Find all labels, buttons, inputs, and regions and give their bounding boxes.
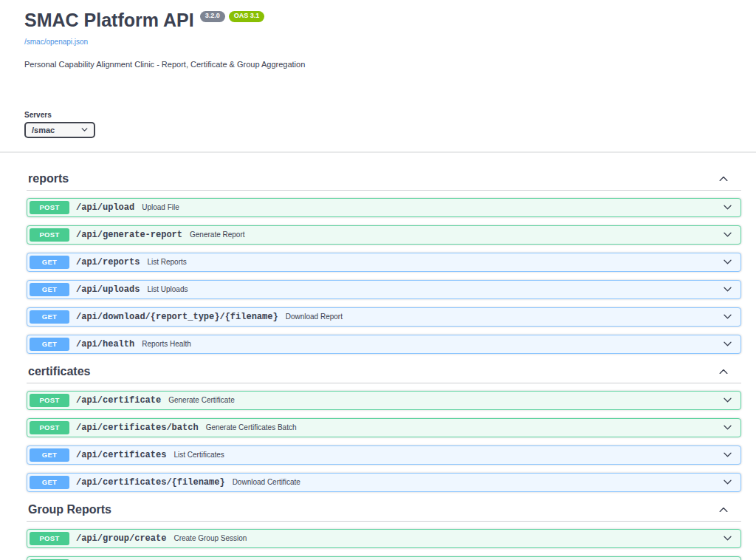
operation-summary: Create Group Session xyxy=(173,534,247,542)
operation-path: /api/health xyxy=(76,339,134,349)
chevron-down-icon[interactable] xyxy=(722,395,733,406)
operation-row-api-certificates[interactable]: GET /api/certificates List Certificates xyxy=(27,445,741,465)
operation-summary: Download Report xyxy=(286,313,343,321)
operations: reports POST /api/upload Upload File POS… xyxy=(0,153,756,560)
operation-row-api-certificates-batch[interactable]: POST /api/certificates/batch Generate Ce… xyxy=(27,418,741,437)
operation-row-api-certificates-filename[interactable]: GET /api/certificates/{filename} Downloa… xyxy=(27,473,741,492)
chevron-down-icon[interactable] xyxy=(722,422,733,433)
servers-selected-value: /smac xyxy=(32,126,80,134)
chevron-down-icon[interactable] xyxy=(722,229,733,240)
info-container: SMAC Platform API 3.2.0 OAS 3.1 /smac/op… xyxy=(0,0,756,69)
chevron-up-icon[interactable] xyxy=(718,173,729,185)
method-badge: GET xyxy=(30,476,69,489)
operation-row-api-group-create[interactable]: POST /api/group/create Create Group Sess… xyxy=(27,529,741,548)
oas-badge: OAS 3.1 xyxy=(229,11,265,22)
operation-summary: Upload File xyxy=(142,203,179,211)
operation-path: /api/certificates xyxy=(76,450,166,460)
operation-path: /api/uploads xyxy=(76,284,140,295)
operation-path: /api/upload xyxy=(76,202,134,213)
chevron-up-icon[interactable] xyxy=(718,366,729,378)
section-group-reports: Group Reports POST /api/group/create Cre… xyxy=(27,500,741,560)
tag-header[interactable]: certificates xyxy=(27,362,741,383)
operation-row-api-download-report-type-filename[interactable]: GET /api/download/{report_type}/{filenam… xyxy=(27,307,741,327)
operation-summary: Generate Report xyxy=(190,231,245,239)
chevron-down-icon[interactable] xyxy=(722,449,733,460)
chevron-down-icon xyxy=(80,126,89,134)
operation-path: /api/reports xyxy=(76,257,140,267)
chevron-down-icon[interactable] xyxy=(722,338,733,349)
openapi-spec-link[interactable]: /smac/openapi.json xyxy=(24,38,88,46)
tag-title: certificates xyxy=(28,365,91,378)
method-badge: POST xyxy=(30,421,69,434)
operation-summary: Generate Certificates Batch xyxy=(206,423,297,431)
version-badge: 3.2.0 xyxy=(200,11,225,22)
section-reports: reports POST /api/upload Upload File POS… xyxy=(27,169,741,354)
tag-title: reports xyxy=(28,172,69,185)
operation-row-api-generate-report[interactable]: POST /api/generate-report Generate Repor… xyxy=(27,225,741,245)
operation-path: /api/certificate xyxy=(76,395,161,406)
tag-title: Group Reports xyxy=(28,503,111,516)
operation-list: POST /api/upload Upload File POST /api/g… xyxy=(27,191,741,354)
operation-row-api-health[interactable]: GET /api/health Reports Health xyxy=(27,335,741,354)
chevron-down-icon[interactable] xyxy=(722,533,733,544)
operation-row-api-uploads[interactable]: GET /api/uploads List Uploads xyxy=(27,280,741,299)
method-badge: GET xyxy=(30,448,69,462)
method-badge: GET xyxy=(30,256,69,269)
chevron-up-icon[interactable] xyxy=(718,504,729,516)
tag-header[interactable]: Group Reports xyxy=(27,500,741,522)
scheme-container: Servers /smac xyxy=(0,111,756,138)
operation-row-api-certificate[interactable]: POST /api/certificate Generate Certifica… xyxy=(27,391,741,410)
operation-row-api-group-add[interactable]: POST /api/group/add Add Participant To G… xyxy=(27,556,741,560)
method-badge: GET xyxy=(30,310,69,324)
page-title: SMAC Platform API xyxy=(24,10,194,31)
method-badge: POST xyxy=(30,532,69,545)
method-badge: GET xyxy=(30,283,69,296)
servers-select[interactable]: /smac xyxy=(24,122,95,138)
operation-summary: List Certificates xyxy=(173,451,224,459)
operation-summary: List Reports xyxy=(147,258,186,266)
method-badge: POST xyxy=(30,228,69,242)
chevron-down-icon[interactable] xyxy=(722,202,733,213)
operation-row-api-reports[interactable]: GET /api/reports List Reports xyxy=(27,253,741,272)
tag-header[interactable]: reports xyxy=(27,169,741,191)
api-description: Personal Capability Alignment Clinic - R… xyxy=(24,60,732,69)
operation-path: /api/download/{report_type}/{filename} xyxy=(76,312,278,322)
operation-path: /api/group/create xyxy=(76,533,166,544)
operation-list: POST /api/certificate Generate Certifica… xyxy=(27,383,741,492)
operation-summary: Download Certificate xyxy=(233,478,300,486)
method-badge: POST xyxy=(30,201,69,214)
operation-path: /api/generate-report xyxy=(76,230,182,240)
operation-summary: List Uploads xyxy=(147,285,188,293)
operation-summary: Generate Certificate xyxy=(168,396,235,404)
chevron-down-icon[interactable] xyxy=(722,477,733,488)
method-badge: GET xyxy=(30,338,69,351)
operation-path: /api/certificates/{filename} xyxy=(76,477,225,488)
operation-path: /api/certificates/batch xyxy=(76,423,199,433)
operation-row-api-upload[interactable]: POST /api/upload Upload File xyxy=(27,198,741,217)
section-certificates: certificates POST /api/certificate Gener… xyxy=(27,362,741,492)
servers-label: Servers xyxy=(24,111,732,119)
chevron-down-icon[interactable] xyxy=(722,311,733,322)
method-badge: POST xyxy=(30,394,69,407)
chevron-down-icon[interactable] xyxy=(722,256,733,267)
operation-list: POST /api/group/create Create Group Sess… xyxy=(27,522,741,560)
operation-summary: Reports Health xyxy=(142,340,191,348)
chevron-down-icon[interactable] xyxy=(722,284,733,295)
